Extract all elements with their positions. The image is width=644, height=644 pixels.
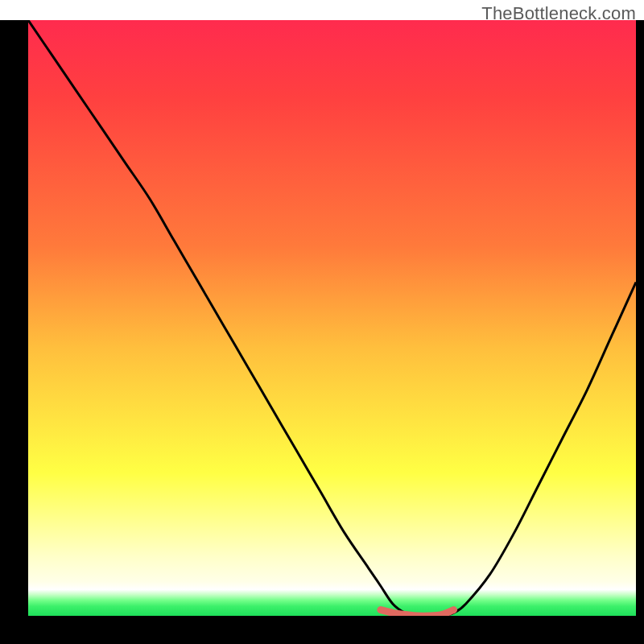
chart-canvas: TheBottleneck.com: [0, 0, 644, 644]
watermark-text: TheBottleneck.com: [481, 3, 636, 24]
sweet-spot-segment: [381, 610, 454, 616]
bottleneck-curve: [28, 20, 636, 616]
curve-layer: [28, 20, 636, 616]
plot-area: [28, 20, 636, 616]
